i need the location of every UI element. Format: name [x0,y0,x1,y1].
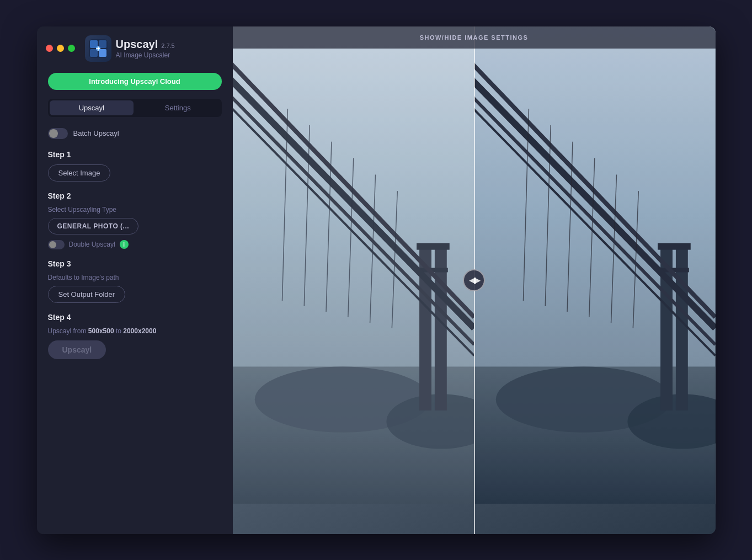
batch-label: Batch Upscayl [73,129,119,137]
batch-row: Batch Upscayl [48,128,222,139]
sidebar: Upscayl 2.7.5 AI Image Upscaler Introduc… [37,26,233,534]
upscayl-button[interactable]: Upscayl [48,340,106,359]
step2-label: Step 2 [48,191,222,200]
double-upscayl-label: Double Upscayl [69,241,115,248]
tab-upscayl[interactable]: Upscayl [50,100,134,115]
image-upscaled [474,26,716,534]
step2-sublabel: Select Upscayling Type [48,206,222,214]
close-button[interactable] [46,45,53,52]
step3-section: Step 3 Defaults to Image's path Set Outp… [48,259,222,303]
app-title-block: Upscayl 2.7.5 AI Image Upscaler [116,38,175,59]
step3-sublabel: Defaults to Image's path [48,274,222,281]
svg-rect-43 [474,26,716,504]
tab-row: Upscayl Settings [48,99,222,117]
traffic-lights [46,45,75,52]
app-version: 2.7.5 [161,42,174,49]
svg-rect-1 [90,40,98,48]
double-upscayl-info-icon[interactable]: i [120,240,129,249]
show-hide-settings-button[interactable]: SHOW/HIDE IMAGE SETTINGS [420,34,529,41]
minimize-button[interactable] [57,45,64,52]
maximize-button[interactable] [68,45,75,52]
compare-slider-handle[interactable]: ◀▶ [463,269,485,291]
upscayl-type-button[interactable]: GENERAL PHOTO (... [48,218,139,234]
cloud-banner-button[interactable]: Introducing Upscayl Cloud [48,73,222,90]
slider-arrows-icon: ◀▶ [469,275,479,285]
toggle-thumb [49,129,58,138]
svg-rect-4 [99,49,106,57]
main-panel: SHOW/HIDE IMAGE SETTINGS [233,26,716,534]
select-image-button[interactable]: Select Image [48,164,111,182]
step3-label: Step 3 [48,259,222,268]
tab-settings[interactable]: Settings [136,100,220,115]
double-upscayl-toggle[interactable] [48,240,65,249]
app-logo [85,35,111,62]
svg-rect-2 [99,40,106,48]
app-subtitle: AI Image Upscaler [116,51,175,59]
titlebar: Upscayl 2.7.5 AI Image Upscaler [37,26,233,67]
app-window: Upscayl 2.7.5 AI Image Upscaler Introduc… [37,26,716,534]
sidebar-content: Introducing Upscayl Cloud Upscayl Settin… [37,67,233,534]
step1-label: Step 1 [48,150,222,159]
step4-desc: Upscayl from 500x500 to 2000x2000 [48,327,222,335]
double-upscayl-toggle-thumb [49,241,56,248]
step4-label: Step 4 [48,313,222,322]
step4-section: Step 4 Upscayl from 500x500 to 2000x2000… [48,313,222,359]
image-compare-container[interactable]: ◀▶ [233,26,716,534]
svg-rect-3 [90,49,98,57]
set-output-folder-button[interactable]: Set Output Folder [48,286,126,303]
image-original [233,26,474,534]
double-upscayl-row: Double Upscayl i [48,240,222,249]
step2-section: Step 2 Select Upscayling Type GENERAL PH… [48,191,222,249]
step1-section: Step 1 Select Image [48,150,222,182]
batch-toggle[interactable] [48,128,68,139]
svg-rect-24 [233,26,474,504]
panel-header: SHOW/HIDE IMAGE SETTINGS [233,26,716,49]
app-name: Upscayl 2.7.5 [116,38,175,51]
